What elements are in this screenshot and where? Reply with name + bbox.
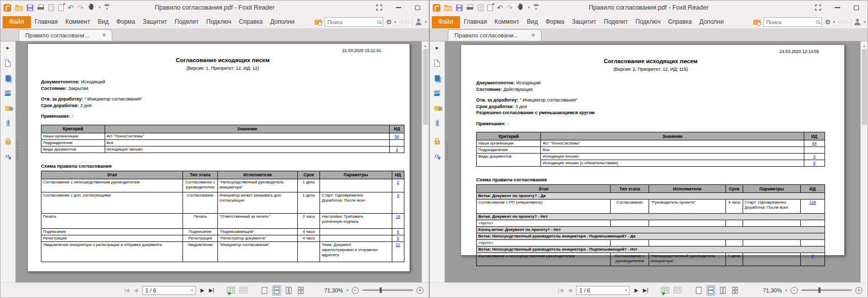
zoom-out-button[interactable]: − xyxy=(352,287,359,294)
hand-tool-icon[interactable] xyxy=(517,3,524,12)
last-page-button[interactable]: ▶ xyxy=(209,288,214,293)
security-panel-icon[interactable] xyxy=(435,140,440,144)
menu-home[interactable]: Главная xyxy=(31,16,62,28)
first-page-button[interactable]: ◀ xyxy=(124,288,129,293)
create-pdf-icon[interactable]: * xyxy=(487,5,493,11)
hand-tool-icon[interactable] xyxy=(87,3,95,12)
view-facing-icon[interactable] xyxy=(285,286,293,295)
menu-protect[interactable]: Защитит xyxy=(568,16,600,28)
menu-form[interactable]: Форма xyxy=(113,16,139,28)
menu-protect[interactable]: Защитит xyxy=(139,16,170,28)
next-page-button[interactable]: ▶ xyxy=(634,288,638,293)
zoom-caret-icon[interactable]: ▾ xyxy=(346,288,348,292)
scrollbar-thumb[interactable] xyxy=(423,49,428,125)
search-icon[interactable] xyxy=(816,20,819,24)
menu-share[interactable]: Поделит xyxy=(601,16,632,28)
document-tab[interactable]: Правило согласовани... × xyxy=(448,29,541,41)
id-link[interactable]: 108 xyxy=(809,200,816,205)
history-back-icon[interactable]: ◁ xyxy=(838,19,842,25)
prev-page-button[interactable]: ◀ xyxy=(134,288,138,293)
bookmarks-panel-icon[interactable] xyxy=(5,60,11,67)
snapshot-icon[interactable] xyxy=(227,287,235,293)
id-link[interactable]: 3 xyxy=(813,154,815,159)
open-file-icon[interactable] xyxy=(15,6,23,11)
clipboard-icon[interactable] xyxy=(673,287,681,293)
expand-panel-icon[interactable]: ▸ xyxy=(7,44,10,51)
search-input[interactable] xyxy=(327,19,376,25)
pages-panel-icon[interactable] xyxy=(435,75,440,81)
view-continuous-icon[interactable] xyxy=(273,286,281,295)
scroll-up-icon[interactable]: ▲ xyxy=(424,41,427,49)
tab-close-icon[interactable]: × xyxy=(102,32,106,39)
panel-splitter-handle[interactable] xyxy=(16,142,19,160)
last-page-button[interactable]: ▶ xyxy=(643,288,648,293)
zoom-in-button[interactable]: + xyxy=(855,287,862,294)
menu-file[interactable]: Файл xyxy=(432,16,460,28)
page-number-box[interactable]: 1 / 6 ▾ xyxy=(576,286,630,295)
first-page-button[interactable]: ◀ xyxy=(559,288,564,293)
id-link[interactable]: 3 xyxy=(397,193,399,197)
user-caret-icon[interactable]: ▾ xyxy=(425,20,427,24)
pages-panel-icon[interactable] xyxy=(6,75,11,81)
page-number-box[interactable]: 1 / 6 ▾ xyxy=(143,286,196,295)
search-input[interactable] xyxy=(766,19,815,25)
hand-tool-caret-icon[interactable]: ▾ xyxy=(528,6,530,10)
history-forward-icon[interactable]: ▷ xyxy=(844,19,848,25)
id-link[interactable]: 2 xyxy=(397,180,399,184)
user-caret-icon[interactable]: ▾ xyxy=(863,20,865,24)
attachments-panel-icon[interactable] xyxy=(6,119,10,129)
menu-share[interactable]: Поделит xyxy=(171,16,203,28)
zoom-slider-thumb[interactable] xyxy=(380,287,382,293)
security-panel-icon[interactable] xyxy=(6,140,11,144)
zoom-slider[interactable] xyxy=(801,289,852,291)
comments-panel-icon[interactable] xyxy=(434,106,440,111)
menu-view[interactable]: Вид xyxy=(94,16,112,28)
foxit-logo-icon[interactable] xyxy=(433,4,440,12)
menu-connect[interactable]: Подключ xyxy=(632,16,664,28)
print-preview-icon[interactable] xyxy=(478,5,483,11)
view-single-page-icon[interactable] xyxy=(695,286,702,295)
bookmarks-panel-icon[interactable] xyxy=(434,60,440,67)
fullscreen-button[interactable] xyxy=(373,3,385,12)
menu-file[interactable]: Файл xyxy=(3,16,31,28)
menu-view[interactable]: Вид xyxy=(523,16,541,28)
view-continuous-facing-icon[interactable] xyxy=(297,286,305,295)
zoom-caret-icon[interactable]: ▾ xyxy=(785,288,787,292)
menu-connect[interactable]: Подключ xyxy=(203,16,235,28)
view-single-page-icon[interactable] xyxy=(261,286,268,295)
search-folder-icon[interactable] xyxy=(753,20,761,25)
foxit-logo-icon[interactable] xyxy=(4,4,11,12)
zoom-slider-thumb[interactable] xyxy=(818,287,820,293)
zoom-in-button[interactable]: + xyxy=(417,287,424,294)
menu-comment[interactable]: Коммент xyxy=(62,16,94,28)
customize-toolbar-icon[interactable]: ▾ xyxy=(105,4,109,11)
view-facing-icon[interactable] xyxy=(719,286,726,295)
zoom-slider[interactable] xyxy=(362,289,413,291)
fullscreen-button[interactable] xyxy=(812,3,824,12)
menu-form[interactable]: Форма xyxy=(542,16,568,28)
id-link[interactable]: 16 xyxy=(396,214,400,219)
user-account-icon[interactable] xyxy=(415,19,422,25)
save-icon[interactable] xyxy=(27,5,33,11)
menu-extras[interactable]: Дополни xyxy=(696,16,727,28)
comments-panel-icon[interactable] xyxy=(5,106,11,111)
user-account-icon[interactable] xyxy=(854,19,861,25)
open-file-icon[interactable] xyxy=(444,6,452,11)
id-link[interactable]: 2 xyxy=(811,254,813,258)
menu-comment[interactable]: Коммент xyxy=(491,16,523,28)
id-link[interactable]: 8 xyxy=(813,161,815,165)
minimize-button[interactable] xyxy=(392,3,404,12)
redo-icon[interactable]: ↷ xyxy=(78,4,84,11)
save-icon[interactable] xyxy=(456,5,463,11)
panel-splitter-handle[interactable] xyxy=(445,142,448,160)
undo-icon[interactable]: ↶ xyxy=(68,4,74,11)
menu-home[interactable]: Главная xyxy=(461,16,491,28)
scrollbar-thumb[interactable] xyxy=(862,49,867,125)
scroll-up-icon[interactable]: ▲ xyxy=(862,41,866,49)
menu-help[interactable]: Справка xyxy=(664,16,695,28)
layers-panel-icon[interactable] xyxy=(434,90,440,96)
clipboard-icon[interactable] xyxy=(240,287,248,293)
undo-icon[interactable]: ↶ xyxy=(497,4,503,11)
history-forward-icon[interactable]: ▷ xyxy=(405,19,409,25)
id-link[interactable]: 21 xyxy=(396,242,400,247)
